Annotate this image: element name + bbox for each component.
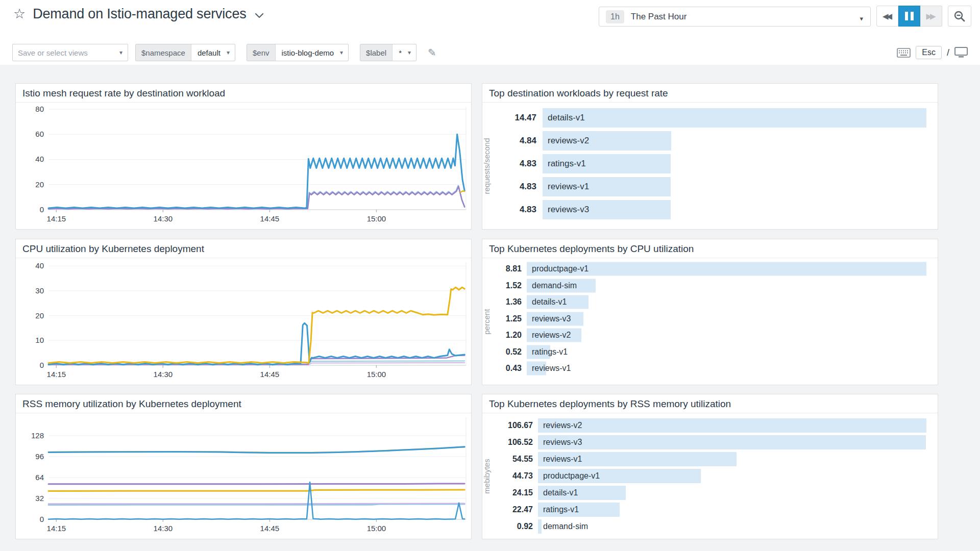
toplist-label: details-v1 bbox=[548, 113, 585, 123]
time-range-label: The Past Hour bbox=[631, 12, 687, 22]
line-chart[interactable]: 02040608014:1514:3014:4515:00 bbox=[16, 103, 471, 229]
pause-live-updates-button[interactable] bbox=[898, 6, 920, 27]
toplist-row[interactable]: 1.52demand-sim bbox=[482, 278, 938, 294]
keyboard-shortcut-hints: Esc / bbox=[897, 46, 968, 59]
dashboard-title-group: ☆ Demand on Istio-managed services bbox=[13, 6, 264, 22]
svg-text:14:45: 14:45 bbox=[260, 214, 280, 223]
panel-title: RSS memory utilization by Kubernetes dep… bbox=[16, 394, 471, 413]
line-chart[interactable]: 032649612814:1514:3014:4515:00 bbox=[16, 413, 471, 539]
toplist-row[interactable]: 4.83ratings-v1 bbox=[482, 152, 938, 175]
favorite-star-icon[interactable]: ☆ bbox=[13, 7, 26, 21]
toplist-label: reviews-v2 bbox=[543, 421, 582, 430]
variable-value: istio-blog-demo bbox=[276, 44, 340, 61]
toplist-label: ratings-v1 bbox=[532, 347, 568, 357]
svg-text:0: 0 bbox=[40, 361, 44, 369]
series-purple bbox=[48, 186, 464, 209]
zoom-out-button[interactable] bbox=[948, 6, 971, 27]
toplist-label: reviews-v2 bbox=[532, 331, 571, 340]
svg-text:0: 0 bbox=[40, 515, 44, 523]
toplist-rows: percent8.81productpage-v11.52demand-sim1… bbox=[482, 258, 938, 385]
title-chevron-down-icon[interactable] bbox=[255, 13, 264, 19]
svg-text:14:30: 14:30 bbox=[154, 370, 173, 379]
svg-text:20: 20 bbox=[35, 311, 44, 320]
toplist-value: 106.52 bbox=[482, 438, 533, 447]
toplist-row[interactable]: 1.36details-v1 bbox=[482, 294, 938, 311]
variable-dropdown-icon: ▾ bbox=[408, 44, 416, 61]
series-blue-high bbox=[48, 447, 464, 453]
panel-title: Top Kubernetes deployments by CPU utiliz… bbox=[482, 239, 938, 258]
toplist-row[interactable]: 8.81productpage-v1 bbox=[482, 261, 938, 278]
toplist-value: 24.15 bbox=[482, 488, 533, 497]
toplist-value: 4.83 bbox=[482, 159, 536, 169]
fullscreen-monitor-icon[interactable] bbox=[954, 47, 968, 58]
toplist-row[interactable]: 4.84reviews-v2 bbox=[482, 129, 938, 152]
toplist-rows: requests/second14.47details-v14.84review… bbox=[482, 103, 938, 229]
toplist-row[interactable]: 1.25reviews-v3 bbox=[482, 311, 938, 328]
toplist-row[interactable]: 106.52reviews-v3 bbox=[482, 434, 938, 450]
variable-name: $namespace bbox=[136, 44, 191, 61]
pause-icon bbox=[905, 12, 914, 20]
toplist-row[interactable]: 22.47ratings-v1 bbox=[482, 501, 938, 518]
toplist-value: 0.92 bbox=[482, 522, 533, 531]
variable-name: $env bbox=[247, 44, 276, 61]
esc-key-badge[interactable]: Esc bbox=[916, 46, 942, 59]
series-light-blue bbox=[48, 186, 464, 209]
svg-text:20: 20 bbox=[35, 180, 44, 189]
toplist-bar bbox=[538, 519, 542, 534]
toplist-row[interactable]: 0.52ratings-v1 bbox=[482, 344, 938, 361]
toplist-row[interactable]: 4.83reviews-v3 bbox=[482, 198, 938, 221]
toplist-label: reviews-v2 bbox=[548, 136, 589, 146]
variable-chip-namespace[interactable]: $namespace default ▾ bbox=[135, 44, 235, 61]
variable-value: * bbox=[393, 44, 408, 61]
variable-dropdown-icon: ▾ bbox=[340, 44, 348, 61]
variable-chip-env[interactable]: $env istio-blog-demo ▾ bbox=[247, 44, 349, 61]
svg-text:14:30: 14:30 bbox=[154, 214, 173, 223]
svg-text:14:15: 14:15 bbox=[47, 370, 66, 379]
toplist-value: 4.83 bbox=[482, 205, 536, 215]
time-range-selector[interactable]: 1h The Past Hour ▾ bbox=[599, 7, 871, 27]
toplist-row[interactable]: 24.15details-v1 bbox=[482, 484, 938, 501]
line-chart[interactable]: 01020304014:1514:3014:4515:00 bbox=[16, 258, 471, 385]
toplist-row[interactable]: 44.73productpage-v1 bbox=[482, 467, 938, 484]
line-chart-svg[interactable]: 02040608014:1514:3014:4515:00 bbox=[16, 103, 471, 229]
variable-dropdown-icon: ▾ bbox=[227, 44, 235, 61]
toplist-label: reviews-v3 bbox=[548, 205, 589, 215]
toplist-value: 14.47 bbox=[482, 113, 536, 123]
timeframe-playback-controls: ◀◀ ▶▶ bbox=[876, 6, 942, 27]
svg-text:80: 80 bbox=[35, 105, 44, 113]
series-yellow bbox=[460, 191, 464, 192]
top-header: ☆ Demand on Istio-managed services 1h Th… bbox=[0, 0, 980, 34]
toplist-label: details-v1 bbox=[543, 488, 578, 497]
time-range-badge: 1h bbox=[606, 10, 624, 23]
toplist-row[interactable]: 14.47details-v1 bbox=[482, 106, 938, 129]
svg-text:15:00: 15:00 bbox=[367, 370, 386, 379]
dashboard-app: ☆ Demand on Istio-managed services 1h Th… bbox=[0, 0, 980, 551]
svg-text:14:45: 14:45 bbox=[260, 524, 280, 533]
toplist-label: details-v1 bbox=[532, 297, 567, 307]
keyboard-icon bbox=[897, 48, 911, 58]
variable-value: default bbox=[191, 44, 227, 61]
toplist-label: ratings-v1 bbox=[543, 505, 579, 514]
line-chart-svg[interactable]: 01020304014:1514:3014:4515:00 bbox=[16, 258, 471, 385]
saved-views-select[interactable]: Save or select views ▾ bbox=[12, 44, 128, 61]
toplist-row[interactable]: 0.43reviews-v1 bbox=[482, 360, 938, 377]
timeframe-forward-button[interactable]: ▶▶ bbox=[920, 6, 942, 27]
series-blue bbox=[48, 134, 464, 208]
toplist-row[interactable]: 54.55reviews-v1 bbox=[482, 450, 938, 467]
toplist-row[interactable]: 4.83reviews-v1 bbox=[482, 175, 938, 198]
toplist-row[interactable]: 106.67reviews-v2 bbox=[482, 417, 938, 434]
variable-chip-label[interactable]: $label * ▾ bbox=[360, 44, 416, 61]
toplist-value: 4.84 bbox=[482, 136, 536, 146]
line-chart-svg[interactable]: 032649612814:1514:3014:4515:00 bbox=[16, 413, 471, 539]
variable-name: $label bbox=[360, 44, 393, 61]
series-purple bbox=[48, 484, 464, 484]
edit-variables-pencil-icon[interactable]: ✎ bbox=[428, 46, 436, 59]
toplist-value: 1.52 bbox=[482, 281, 522, 290]
panel-title: Top destination workloads by request rat… bbox=[482, 84, 938, 103]
timeframe-back-button[interactable]: ◀◀ bbox=[876, 6, 898, 27]
panel-title: CPU utilization by Kubernetes deployment bbox=[16, 239, 471, 258]
panel-top-deployments-rss: Top Kubernetes deployments by RSS memory… bbox=[482, 394, 938, 539]
toplist-row[interactable]: 1.20reviews-v2 bbox=[482, 327, 938, 344]
toplist-row[interactable]: 0.92demand-sim bbox=[482, 518, 938, 535]
svg-text:15:00: 15:00 bbox=[367, 214, 386, 223]
